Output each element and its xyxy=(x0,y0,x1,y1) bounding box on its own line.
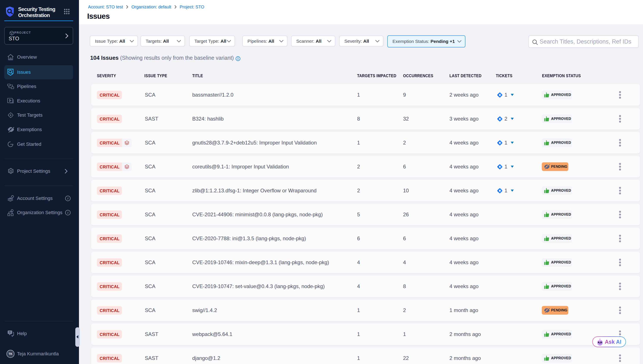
svg-text:?: ? xyxy=(9,331,11,334)
